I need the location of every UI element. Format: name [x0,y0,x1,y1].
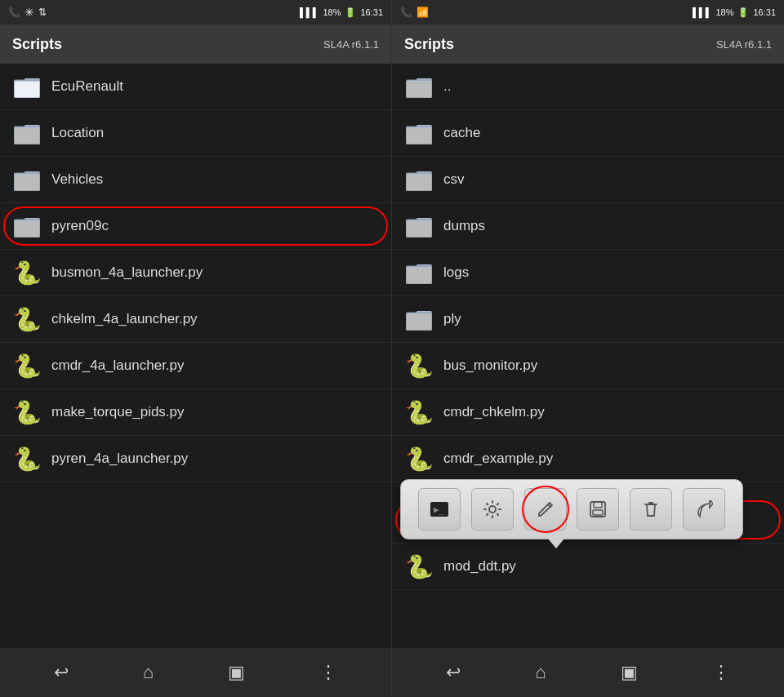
left-status-bar: 📞 ✳ ⇅ ▌▌▌ 18% 🔋 16:31 [0,0,391,24]
left-status-icons: 📞 ✳ ⇅ [8,6,47,19]
folder-icon [12,211,42,241]
file-label: cmdr_4a_launcher.py [51,357,185,374]
list-item[interactable]: dumps [392,203,784,250]
settings-button[interactable] [471,488,514,531]
right-battery-icon: 🔋 [737,7,749,18]
file-label: bus_monitor.py [443,357,537,374]
folder-icon [12,72,42,101]
folder-icon [404,258,434,287]
phone-icon: 📞 [400,7,412,18]
left-panel: 📞 ✳ ⇅ ▌▌▌ 18% 🔋 16:31 Scripts SL4A r6.1.… [0,0,392,697]
file-label: logs [443,264,469,281]
menu-button[interactable]: ⋮ [306,655,350,690]
run-button[interactable]: ▶_ [418,488,461,531]
python-file-icon: 🐍 [404,552,434,581]
svg-rect-27 [593,510,603,515]
list-item[interactable]: 🐍 bus_monitor.py [392,343,784,389]
folder-icon [404,165,434,194]
list-item[interactable]: EcuRenault [0,64,391,110]
folder-icon [12,118,42,148]
file-label: make_torque_pids.py [51,404,185,420]
svg-rect-20 [406,313,432,331]
list-item[interactable]: ply [392,296,784,343]
svg-point-24 [489,506,496,513]
right-battery: 18% [715,7,733,17]
list-item[interactable]: logs [392,250,784,296]
python-file-icon: 🐍 [404,444,434,473]
file-label: EcuRenault [51,78,123,95]
left-battery-icon: 🔋 [345,7,356,18]
list-item[interactable]: Vehicles [0,157,391,203]
right-status-bar: 📞 📶 ▌▌▌ 18% 🔋 16:31 [392,0,784,24]
folder-icon [404,211,434,241]
file-label: busmon_4a_launcher.py [51,264,203,281]
svg-rect-3 [15,81,39,97]
list-item[interactable]: csv [392,157,784,203]
context-menu: ▶_ [400,479,743,539]
right-nav-bar: ↩ ⌂ ▣ ⋮ [392,648,784,697]
list-item[interactable]: Location [0,110,391,157]
folder-icon [404,118,434,148]
left-time: 16:31 [360,7,383,17]
file-label: dumps [443,218,485,234]
back-button[interactable]: ↩ [41,655,82,690]
list-item[interactable]: 🐍 chkelm_4a_launcher.py [0,296,391,343]
left-battery: 18% [323,7,341,17]
right-time: 16:31 [753,7,776,17]
list-item[interactable]: cache [392,110,784,157]
file-label: cmdr_chkelm.py [443,404,545,420]
python-file-icon: 🐍 [12,258,42,287]
file-label: pyren09c [51,218,109,234]
phone-icon: 📞 [8,7,20,18]
list-item-pyren09c[interactable]: pyren09c [0,203,391,250]
file-label: Vehicles [51,171,103,188]
right-app-title: Scripts [404,36,454,53]
svg-rect-4 [14,127,40,144]
right-signal-icon: ▌▌▌ [693,7,711,17]
left-file-list: EcuRenault Location Vehicl [0,64,391,648]
list-item[interactable]: 🐍 make_torque_pids.py [0,389,391,436]
left-status-right: ▌▌▌ 18% 🔋 16:31 [300,7,383,18]
list-item[interactable]: 🐍 mod_ddt.py [392,544,784,590]
list-item[interactable]: 🐍 pyren_4a_launcher.py [0,436,391,482]
file-label: ply [443,311,461,327]
list-item[interactable]: 🐍 busmon_4a_launcher.py [0,250,391,296]
file-label: pyren_4a_launcher.py [51,451,188,467]
menu-button[interactable]: ⋮ [699,655,743,690]
signal-icon: 📶 [416,7,429,18]
bluetooth-icon: ✳ [24,6,34,19]
delete-button[interactable] [630,488,672,531]
svg-rect-6 [14,173,40,191]
back-button[interactable]: ↩ [433,655,474,690]
svg-rect-8 [14,220,40,238]
edit-button[interactable] [524,488,567,531]
left-signal-icon: ▌▌▌ [300,7,318,17]
svg-rect-12 [406,127,432,144]
recent-button[interactable]: ▣ [608,655,651,690]
left-app-subtitle: SL4A r6.1.1 [323,38,379,51]
left-app-title: Scripts [12,36,62,53]
recent-button[interactable]: ▣ [215,655,258,690]
python-file-icon: 🐍 [12,351,42,380]
save-button[interactable] [577,488,619,531]
left-app-bar: Scripts SL4A r6.1.1 [0,24,391,64]
svg-rect-18 [406,266,432,284]
python-file-icon: 🐍 [12,397,42,427]
list-item[interactable]: 🐍 cmdr_example.py [392,436,784,482]
sync-icon: ⇅ [38,7,47,18]
right-app-subtitle: SL4A r6.1.1 [716,38,772,51]
list-item[interactable]: 🐍 cmdr_chkelm.py [392,389,784,436]
python-file-icon: 🐍 [404,397,434,427]
left-nav-bar: ↩ ⌂ ▣ ⋮ [0,648,391,697]
folder-icon [404,304,434,334]
svg-rect-26 [594,502,602,508]
home-button[interactable]: ⌂ [522,655,559,690]
file-label: cmdr_example.py [443,451,553,467]
svg-rect-10 [406,80,432,98]
list-item[interactable]: 🐍 cmdr_4a_launcher.py [0,343,391,389]
home-button[interactable]: ⌂ [130,655,167,690]
python-file-icon: 🐍 [12,304,42,334]
share-button[interactable] [683,488,725,531]
list-item[interactable]: .. [392,64,784,110]
right-panel: 📞 📶 ▌▌▌ 18% 🔋 16:31 Scripts SL4A r6.1.1 … [392,0,784,697]
